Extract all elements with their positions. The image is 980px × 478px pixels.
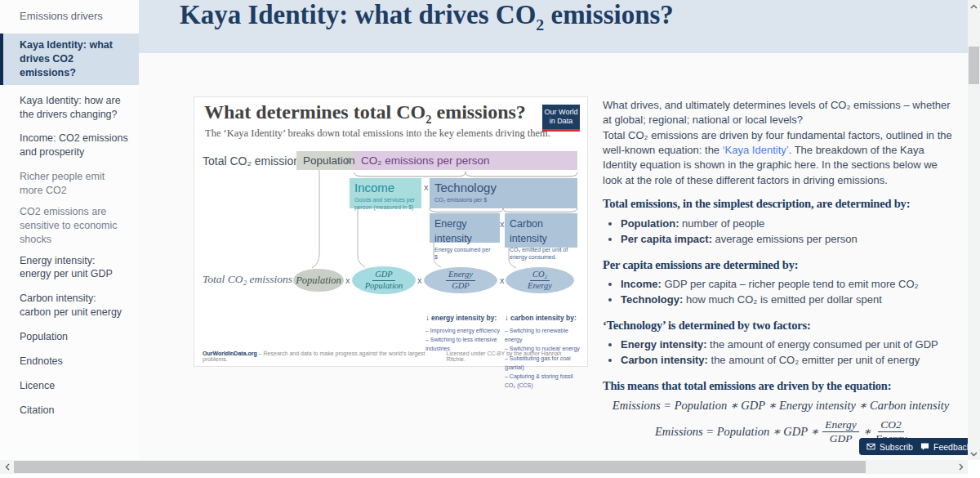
envelope-icon bbox=[866, 442, 875, 451]
list-item: Energy intensity: the amount of energy c… bbox=[621, 338, 938, 351]
population-box: Population bbox=[296, 151, 362, 170]
toc-section-label: Emissions drivers bbox=[0, 0, 139, 34]
kaya-identity-infographic: What determines total CO2 emissions? The… bbox=[194, 96, 588, 367]
list-item: Technology: how much CO₂ is emitted per … bbox=[621, 293, 919, 306]
infographic-subtitle: The ‘Kaya Identity’ breaks down total em… bbox=[205, 127, 550, 140]
section-heading-per-capita: Per capita emissions are determined by: bbox=[603, 258, 798, 272]
scroll-right-arrow[interactable] bbox=[954, 460, 968, 474]
carbon-intensity-box: Carbon intensity CO₂ emitted per unit of… bbox=[505, 213, 577, 248]
list-item: Carbon intensity: the amount of CO₂ emit… bbox=[621, 354, 938, 366]
co2-per-person-box: CO₂ emissions per person bbox=[354, 151, 577, 170]
sidebar-item-kaya-what-drives[interactable]: Kaya Identity: what drives CO2 emissions… bbox=[0, 34, 139, 85]
license-note: Licensed under CC-BY by the author Hanna… bbox=[447, 351, 579, 362]
sidebar-item-economic-shocks[interactable]: CO2 emissions are sensitive to economic … bbox=[0, 205, 139, 247]
times-sign: x bbox=[345, 275, 350, 285]
bullet-list: Income: GDP per capita – richer people t… bbox=[603, 278, 919, 309]
times-sign: x bbox=[417, 275, 422, 285]
kaya-equation-words: Emissions = Population ∗ GDP ∗ Energy in… bbox=[603, 399, 959, 413]
technology-box: Technology CO₂ emissions per $ bbox=[430, 178, 577, 208]
note-item: – Capturing & storing fossil CO₂ (CCS) bbox=[505, 372, 580, 390]
vertical-scrollbar[interactable] bbox=[968, 0, 980, 460]
times-sign: x bbox=[500, 219, 505, 229]
article-body: What drives, and ultimately determines l… bbox=[603, 98, 959, 458]
sidebar-item-carbon-intensity[interactable]: Carbon intensity: carbon per unit energy bbox=[0, 292, 139, 319]
bullet-list: Energy intensity: the amount of energy c… bbox=[603, 338, 938, 369]
income-box: Income Goods and services per person (me… bbox=[350, 178, 421, 208]
energy-per-gdp-ellipse: EnergyGDP bbox=[424, 267, 497, 293]
vertical-scroll-thumb[interactable] bbox=[969, 47, 979, 84]
kaya-identity-link[interactable]: ‘Kaya Identity’ bbox=[723, 144, 789, 156]
energy-intensity-box: Energy intensity Energy consumed per $ bbox=[430, 213, 500, 243]
list-item: Population: number of people bbox=[621, 217, 858, 230]
times-sign: x bbox=[345, 154, 350, 164]
scroll-up-arrow[interactable] bbox=[968, 0, 980, 12]
section-heading-equation: This means that total emissions are driv… bbox=[603, 379, 891, 393]
population-ellipse: Population bbox=[293, 269, 344, 292]
section-heading-total-emissions: Total emissions, in the simplest descrip… bbox=[603, 197, 910, 211]
infographic-footer: OurWorldInData.org – Research and data t… bbox=[203, 351, 579, 362]
horizontal-scrollbar[interactable] bbox=[0, 460, 968, 474]
sidebar-item-licence[interactable]: Licence bbox=[0, 379, 139, 393]
section-heading-technology: ‘Technology’ is determined by two factor… bbox=[603, 319, 811, 333]
toc-sidebar: Emissions drivers Kaya Identity: what dr… bbox=[0, 0, 139, 460]
times-sign: x bbox=[424, 182, 429, 192]
co2-per-energy-ellipse: CO₂Energy bbox=[506, 267, 574, 293]
owid-url: OurWorldInData.org bbox=[203, 351, 257, 356]
scroll-left-arrow[interactable] bbox=[0, 460, 14, 474]
kaya-paragraph: Total CO₂ emissions are driven by four f… bbox=[603, 128, 959, 188]
list-item: Income: GDP per capita – richer people t… bbox=[621, 278, 919, 290]
note-item: – Switching to renewable energy bbox=[505, 326, 580, 344]
sidebar-item-population[interactable]: Population bbox=[0, 330, 139, 344]
down-arrow-icon: ↓ bbox=[505, 313, 509, 322]
infographic-title: What determines total CO2 emissions? bbox=[204, 101, 526, 127]
page-header-band: Kaya Identity: what drives CO2 emissions… bbox=[139, 0, 968, 53]
sidebar-item-kaya-drivers-changing[interactable]: Kaya Identity: how are the drivers chang… bbox=[0, 94, 139, 122]
page-title: Kaya Identity: what drives CO2 emissions… bbox=[180, 0, 674, 34]
times-sign: x bbox=[500, 275, 505, 285]
sidebar-item-citation[interactable]: Citation bbox=[0, 404, 139, 418]
note-item: – Improving energy efficiency bbox=[425, 326, 506, 335]
owid-logo: Our World in Data bbox=[542, 105, 580, 132]
speech-bubble-icon bbox=[920, 442, 929, 451]
sidebar-item-endnotes[interactable]: Endnotes bbox=[0, 355, 139, 369]
equation-bottom-label: Total CO₂ emissions = bbox=[203, 273, 302, 286]
sidebar-item-energy-intensity[interactable]: Energy intensity: energy per unit GDP bbox=[0, 254, 139, 282]
list-item: Per capita impact: average emissions per… bbox=[621, 233, 858, 245]
sidebar-item-richer-people[interactable]: Richer people emit more CO2 bbox=[0, 170, 139, 198]
scroll-down-arrow[interactable] bbox=[968, 448, 980, 460]
intro-paragraph: What drives, and ultimately determines l… bbox=[603, 98, 959, 127]
reduce-energy-intensity-note: ↓energy intensity by: – Improving energy… bbox=[425, 313, 506, 354]
sidebar-item-income[interactable]: Income: CO2 emissions and prosperity bbox=[0, 132, 139, 159]
down-arrow-icon: ↓ bbox=[425, 313, 430, 322]
horizontal-scroll-thumb[interactable] bbox=[14, 461, 866, 473]
bullet-list: Population: number of people Per capita … bbox=[603, 217, 858, 248]
gdp-per-population-ellipse: GDPPopulation bbox=[352, 266, 416, 294]
